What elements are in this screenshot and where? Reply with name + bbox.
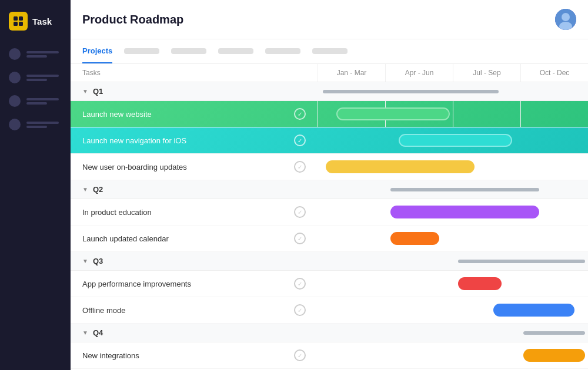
task-timeline-integrations [318, 342, 588, 368]
task-timeline-onboarding [318, 154, 588, 180]
avatar-image [555, 9, 576, 30]
time-columns-header: Jan - Mar Apr - Jun Jul - Sep Oct - Dec [318, 64, 588, 82]
logo-icon [9, 12, 28, 31]
task-row-app-performance: App performance improvements ✓ [71, 271, 588, 297]
sidebar-item-2[interactable] [0, 66, 71, 89]
task-check-product-education[interactable]: ✓ [294, 206, 306, 218]
task-name-product-education: In product education [82, 208, 152, 217]
task-row-navigation-ios: Launch new navigation for iOS ✓ [71, 127, 588, 154]
q2-bar-col [318, 186, 588, 193]
task-row-integrations: New integrations ✓ [71, 342, 588, 369]
task-name-onboarding: New user on-boarding updates [82, 163, 187, 171]
q4-collapse-arrow[interactable]: ▼ [82, 329, 88, 336]
task-label-app-performance: App performance improvements ✓ [71, 272, 318, 295]
gantt-header: Tasks Jan - Mar Apr - Jun Jul - Sep Oct … [71, 64, 588, 82]
q4-timeline-bar [523, 331, 586, 335]
tab-placeholder-6[interactable] [312, 41, 348, 62]
svg-rect-2 [14, 22, 18, 26]
tab-placeholder-2[interactable] [124, 41, 159, 62]
q2-collapse-arrow[interactable]: ▼ [82, 186, 88, 193]
q3-label-col: ▼ Q3 [71, 252, 318, 270]
task-check-launch-website[interactable]: ✓ [294, 108, 306, 120]
task-check-calendar[interactable]: ✓ [294, 233, 306, 244]
q3-bar-col [318, 258, 588, 265]
task-timeline-product-education [318, 199, 588, 225]
task-label-launch-website: Launch new website ✓ [71, 101, 318, 127]
svg-rect-3 [19, 22, 23, 26]
task-row-launch-website: Launch new website ✓ [71, 101, 588, 127]
task-name-navigation-ios: Launch new navigation for iOS [82, 136, 186, 145]
q1-timeline-bar [323, 90, 499, 93]
tab-projects[interactable]: Projects [82, 39, 112, 63]
task-timeline-app-performance [318, 271, 588, 297]
sidebar: Task [0, 0, 71, 370]
svg-rect-1 [19, 16, 23, 21]
tab-placeholder-3[interactable] [171, 41, 206, 62]
q3-collapse-arrow[interactable]: ▼ [82, 258, 88, 264]
quarter-q1: ▼ Q1 Launch new website ✓ [71, 82, 588, 180]
task-label-calendar: Launch updated calendar ✓ [71, 227, 318, 250]
col-apr-jun: Apr - Jun [385, 64, 453, 82]
task-name-app-performance: App performance improvements [82, 280, 191, 288]
task-check-navigation-ios[interactable]: ✓ [294, 134, 306, 146]
task-row-offline-mode: Offline mode ✓ [71, 297, 588, 324]
q3-title: Q3 [93, 257, 103, 265]
page-title: Product Roadmap [82, 13, 183, 26]
logo-text: Task [32, 16, 52, 26]
sidebar-item-1[interactable] [0, 42, 71, 66]
bar-launch-website [336, 107, 450, 120]
sidebar-nav-icon-3 [9, 95, 21, 107]
task-check-onboarding[interactable]: ✓ [294, 161, 306, 173]
task-name-integrations: New integrations [82, 351, 139, 360]
q1-collapse-arrow[interactable]: ▼ [82, 88, 88, 95]
task-row-calendar: Launch updated calendar ✓ [71, 226, 588, 252]
task-name-launch-website: Launch new website [82, 110, 152, 119]
sidebar-item-4[interactable] [0, 113, 71, 136]
col-oct-dec: Oct - Dec [520, 64, 588, 82]
q4-title: Q4 [93, 328, 103, 337]
q1-bar-col [318, 88, 588, 95]
bar-onboarding [326, 160, 475, 173]
task-check-app-performance[interactable]: ✓ [294, 278, 306, 290]
tab-placeholder-4[interactable] [218, 41, 253, 62]
avatar[interactable] [555, 9, 576, 30]
q2-label-col: ▼ Q2 [71, 180, 318, 199]
bar-offline-mode [493, 304, 574, 317]
tab-placeholder-5[interactable] [265, 41, 300, 62]
task-check-integrations[interactable]: ✓ [294, 349, 306, 361]
q1-title: Q1 [93, 87, 103, 96]
bar-app-performance [458, 277, 502, 290]
col-jul-sep: Jul - Sep [453, 64, 520, 82]
task-check-offline-mode[interactable]: ✓ [294, 304, 306, 316]
q1-label-col: ▼ Q1 [71, 82, 318, 100]
task-timeline-launch-website [318, 101, 588, 127]
bar-product-education [390, 206, 539, 218]
main-content: Product Roadmap Projects Tasks Jan - Mar [71, 0, 588, 370]
q4-label-col: ▼ Q4 [71, 324, 318, 342]
bar-navigation-ios [399, 134, 512, 147]
quarter-q3: ▼ Q3 App performance improvements ✓ [71, 252, 588, 324]
bar-integrations [523, 349, 586, 362]
task-label-navigation-ios: Launch new navigation for iOS ✓ [71, 127, 318, 153]
col-jan-mar: Jan - Mar [318, 64, 385, 82]
sidebar-nav-icon-4 [9, 119, 21, 130]
task-label-integrations: New integrations ✓ [71, 344, 318, 367]
task-timeline-navigation-ios [318, 127, 588, 153]
tasks-column-header: Tasks [71, 64, 318, 82]
sidebar-nav-lines-2 [26, 75, 62, 81]
task-label-offline-mode: Offline mode ✓ [71, 298, 318, 322]
page-header: Product Roadmap [71, 0, 588, 39]
q4-bar-col [318, 329, 588, 337]
task-name-offline-mode: Offline mode [82, 306, 125, 315]
bar-calendar [390, 232, 439, 245]
task-row-onboarding: New user on-boarding updates ✓ [71, 154, 588, 180]
quarter-q4: ▼ Q4 New integrations ✓ [71, 324, 588, 370]
svg-point-5 [562, 13, 570, 21]
q2-timeline-bar [390, 188, 539, 191]
sidebar-nav-lines-1 [26, 51, 62, 58]
task-name-calendar: Launch updated calendar [82, 234, 169, 243]
task-label-onboarding: New user on-boarding updates ✓ [71, 155, 318, 179]
sidebar-item-3[interactable] [0, 89, 71, 113]
q2-title: Q2 [93, 185, 103, 194]
quarter-q2: ▼ Q2 In product education ✓ [71, 180, 588, 252]
